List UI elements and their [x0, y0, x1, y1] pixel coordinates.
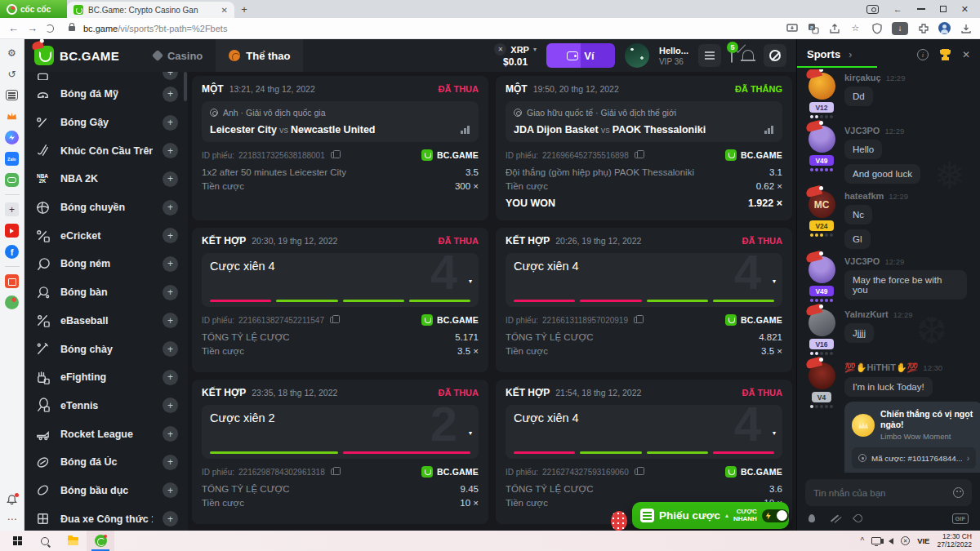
expand-caret-icon[interactable]: ▾ [469, 429, 472, 437]
match-box[interactable]: Anh · Giải vô địch quốc gia Leicester Ci… [202, 101, 479, 142]
chat-input[interactable] [813, 488, 947, 498]
avatar[interactable] [808, 126, 835, 153]
tab-casino[interactable]: Casino [140, 39, 216, 72]
emoji-icon[interactable] [953, 487, 964, 498]
browser-tab[interactable]: BC.Game: Crypto Casino Gan ✕ [67, 2, 234, 18]
window-close-button[interactable]: ✕ [961, 4, 969, 15]
bet-card[interactable]: KẾT HỢP 20:30, 19 thg 12, 2022 ĐÃ THUA C… [192, 228, 488, 372]
add-favorite-button[interactable]: + [163, 143, 178, 158]
wallet-button[interactable]: Ví [546, 43, 615, 68]
crown-icon[interactable] [5, 109, 19, 123]
taskbar-clock[interactable]: 12:30 CH 27/12/2022 [937, 533, 972, 549]
sidebar-item-american-football[interactable]: Bóng đá Mỹ + [24, 80, 188, 109]
news-feed-icon[interactable] [5, 88, 19, 102]
browser-profile-icon[interactable] [938, 22, 951, 34]
expand-caret-icon[interactable]: ▾ [469, 278, 472, 285]
youtube-icon[interactable] [5, 224, 19, 238]
tab-sports[interactable]: Thể thao [216, 39, 303, 72]
sidebar-item-ebaseball[interactable]: eBaseball + [24, 307, 188, 335]
messenger-icon[interactable] [5, 131, 19, 144]
add-shortcut-icon[interactable]: + [5, 202, 19, 216]
sidebar-item-rocket-league[interactable]: Rocket League + [24, 420, 188, 448]
add-favorite-button[interactable]: + [163, 370, 178, 385]
volume-icon[interactable] [889, 538, 893, 544]
user-info[interactable]: Hello... VIP 36 [659, 46, 688, 66]
copy-icon[interactable] [331, 469, 336, 475]
sidebar-item-ecricket[interactable]: eCricket + [24, 221, 188, 250]
badge-icon[interactable] [853, 513, 864, 524]
combo-box[interactable]: Cược xiên 4 4 ▾ [202, 253, 479, 307]
sidebar-item-efighting[interactable]: eFighting + [24, 363, 188, 392]
bet-card[interactable]: MỘT 19:50, 20 thg 12, 2022 ĐÃ THẮNG Giao… [496, 76, 792, 220]
zalo-icon[interactable]: Zalo [5, 152, 19, 166]
translate-icon[interactable]: a [807, 22, 819, 34]
expand-caret-icon[interactable]: ▾ [773, 278, 776, 285]
chat-username[interactable]: 💯✋HiTHiT✋💯 [844, 362, 918, 373]
add-favorite-button[interactable]: + [163, 256, 178, 272]
coccoc-taskbar-app[interactable] [87, 531, 114, 551]
avatar[interactable]: MC [808, 191, 835, 218]
rules-pencil-icon[interactable] [831, 514, 839, 522]
minimize-button[interactable] [917, 8, 925, 10]
download-active-icon[interactable]: ↓ [892, 22, 908, 35]
sidebar-item-aussie-rules[interactable]: Bóng đá Úc + [24, 448, 188, 477]
quick-bet-toggle[interactable] [762, 509, 789, 522]
chat-username[interactable]: hateafkm [844, 191, 884, 201]
info-icon[interactable]: i [917, 49, 929, 60]
chat-username[interactable]: VJC3PO [844, 256, 880, 266]
tab-search-icon[interactable] [866, 5, 879, 14]
reload-icon[interactable] [46, 24, 54, 33]
add-favorite-button[interactable]: + [163, 115, 178, 131]
copy-icon[interactable] [635, 469, 640, 475]
sidebar-item-etennis[interactable]: eTennis + [24, 392, 188, 420]
sidebar-item-table-tennis[interactable]: Bóng bàn + [24, 278, 188, 307]
reopen-tab-icon[interactable]: ← [893, 4, 902, 14]
bet-card[interactable]: MỘT 13:21, 24 thg 12, 2022 ĐÃ THUA Anh ·… [192, 76, 488, 220]
bell-icon[interactable] [742, 50, 754, 61]
sidebar-item-ice-hockey[interactable]: Khúc Côn Cầu Trên Băng + [24, 136, 188, 165]
add-favorite-button[interactable]: + [163, 87, 178, 102]
new-tab-button[interactable]: + [234, 0, 254, 18]
copy-icon[interactable] [330, 317, 336, 323]
chat-username[interactable]: kirçakuç [844, 73, 881, 82]
copy-icon[interactable] [634, 317, 639, 323]
stats-icon[interactable] [764, 126, 774, 134]
more-options-icon[interactable]: ⋯ [5, 512, 19, 526]
betslip-button[interactable]: Phiếu cược ▴ CƯỢC NHANH [632, 502, 789, 529]
combo-box[interactable]: Cược xiên 4 4 ▾ [506, 405, 782, 459]
sports-ball-icon[interactable] [5, 295, 19, 309]
shopee-icon[interactable] [5, 274, 19, 288]
notifications-bell-icon[interactable] [5, 493, 19, 507]
copy-icon[interactable] [635, 152, 640, 158]
extensions-puzzle-icon[interactable] [917, 22, 929, 34]
bcgame-logo[interactable]: BC.GAME [34, 46, 119, 65]
bet-list-button[interactable] [698, 44, 721, 67]
add-favorite-button[interactable]: + [163, 482, 178, 498]
rain-drop-icon[interactable] [808, 514, 815, 522]
sidebar-scrollbar[interactable] [184, 72, 187, 101]
announcements-button[interactable] [764, 44, 786, 67]
tab-close-icon[interactable]: ✕ [221, 6, 228, 15]
sidebar-item-baseball[interactable]: Bóng chày + [24, 335, 188, 363]
win-share-card[interactable]: Chiến thắng có vị ngọt ngào! Limbo Wow M… [844, 402, 980, 473]
history-icon[interactable]: ↺ [5, 67, 19, 81]
gif-icon[interactable]: GIF [952, 513, 969, 524]
avatar[interactable] [808, 362, 835, 389]
facebook-icon[interactable]: f [5, 245, 19, 259]
sidebar-item-rugby[interactable]: Bóng bầu dục + [24, 477, 188, 505]
sidebar-item-nba2k[interactable]: NBA 2K NBA 2K + [24, 165, 188, 193]
share-icon[interactable] [828, 22, 840, 34]
add-favorite-button[interactable]: + [163, 228, 178, 243]
sidebar-item-formula1[interactable]: Đua xe Công thức 1 + [24, 504, 188, 531]
hidden-icons-chevron[interactable]: ^ [860, 536, 864, 545]
coccoc-menu-button[interactable]: cốc cốc [0, 0, 67, 18]
add-favorite-button[interactable]: + [163, 426, 178, 442]
add-favorite-button[interactable]: + [163, 285, 178, 300]
bet-card[interactable]: KẾT HỢP 20:26, 19 thg 12, 2022 ĐÃ THUA C… [496, 228, 792, 372]
trophy-icon[interactable] [939, 48, 951, 60]
combo-box[interactable]: Cược xiên 2 2 ▾ [202, 405, 479, 459]
settings-gear-icon[interactable]: ⚙ [5, 46, 19, 60]
shield-icon[interactable] [871, 22, 883, 34]
add-favorite-button[interactable]: + [163, 341, 178, 357]
language-indicator[interactable]: VIE [917, 536, 929, 545]
